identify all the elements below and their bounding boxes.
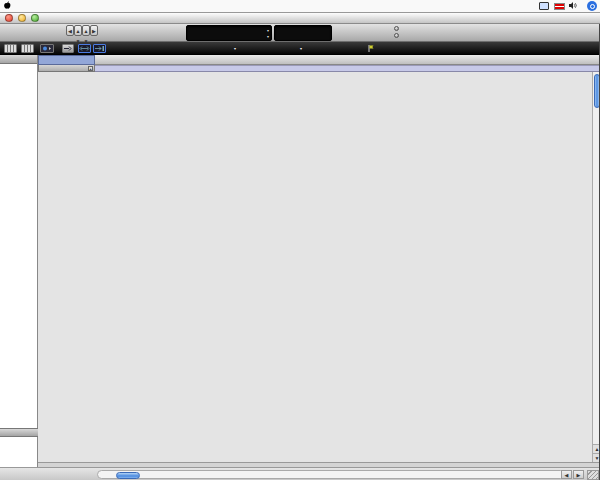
zoom-in-horizontal-button[interactable]: ▶: [90, 25, 98, 36]
zoom-out-horizontal-button[interactable]: ◀: [66, 25, 74, 36]
min-secs-ruler[interactable]: [95, 55, 600, 65]
cursor-marker-flag-icon: [368, 45, 375, 52]
scroll-left-button[interactable]: ◀: [561, 470, 572, 479]
selection-indicators: [274, 25, 332, 41]
zoom-vertical-audio-button[interactable]: ▲▼: [74, 25, 82, 36]
horizontal-scrollbar[interactable]: [97, 470, 565, 479]
transport-knobs: [394, 26, 399, 40]
display-menu-icon[interactable]: [539, 2, 549, 10]
edit-groups-header[interactable]: [0, 428, 38, 437]
zoom-buttons: ◀▲▼▲▼▶: [66, 25, 98, 44]
close-window-button[interactable]: [5, 14, 13, 22]
conductor-ruler-selector-icon[interactable]: [21, 44, 34, 53]
window-title-bar: [0, 13, 600, 24]
zoom-window-button[interactable]: [31, 14, 39, 22]
markers-ruler-strip[interactable]: [95, 65, 600, 72]
pro-tools-window: { "menubar": { "app_name": "Pro Tools 6.…: [0, 0, 600, 480]
nudge-dropdown-icon[interactable]: ▾: [300, 46, 302, 51]
location-counters: ▾ ▾: [186, 25, 272, 41]
scroll-right-button[interactable]: ▶: [573, 470, 584, 479]
edit-timeline-link-icon[interactable]: [40, 44, 54, 53]
horizontal-scrollbar-row: ◀ ▶: [0, 467, 600, 480]
post-roll-knob[interactable]: [394, 33, 399, 38]
show-hide-header[interactable]: [0, 55, 37, 64]
volume-menu-icon[interactable]: [568, 1, 577, 12]
minimize-window-button[interactable]: [18, 14, 26, 22]
input-language-flag-icon[interactable]: [554, 3, 565, 10]
timebase-ruler-selector-icon[interactable]: [4, 44, 17, 53]
tracks-sidebar: [0, 55, 38, 467]
grid-dropdown-icon[interactable]: ▾: [234, 46, 236, 51]
timebase-ruler-label[interactable]: [38, 55, 95, 65]
markers-ruler-label[interactable]: +: [38, 65, 95, 72]
zoom-vertical-midi-button[interactable]: ▲▼: [82, 25, 90, 36]
horizontal-scrollbar-thumb[interactable]: [116, 472, 140, 479]
apple-menu-icon[interactable]: [0, 0, 14, 12]
sub-counter-dropdown-icon[interactable]: ▾: [265, 34, 269, 39]
add-marker-button[interactable]: +: [88, 66, 93, 71]
pre-roll-knob[interactable]: [394, 26, 399, 31]
tab-to-transient-icon[interactable]: [62, 44, 74, 53]
edit-groups-panel: [0, 428, 38, 437]
main-counter-dropdown-icon[interactable]: ▾: [265, 28, 269, 33]
edit-toolbar: ◀▲▼▲▼▶ ▾ ▾: [0, 24, 600, 42]
window-resize-grip[interactable]: [587, 470, 599, 480]
spotlight-icon[interactable]: [587, 1, 597, 11]
menu-bar: [0, 0, 600, 13]
insertion-follows-playback-icon[interactable]: [93, 44, 106, 53]
